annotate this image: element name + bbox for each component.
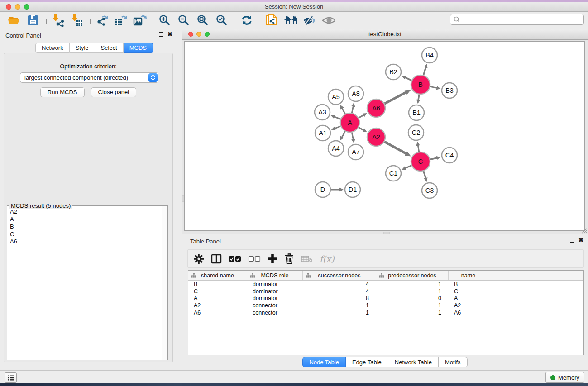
mcds-result-box: MCDS result (5 nodes) A2ABCA6: [7, 205, 168, 360]
canvas-vscroll-stub[interactable]: [182, 195, 184, 202]
zoom-selected-icon[interactable]: [215, 14, 229, 27]
result-item[interactable]: B: [10, 223, 162, 231]
result-item[interactable]: C: [10, 231, 162, 238]
result-item[interactable]: A6: [10, 238, 162, 246]
graph-edge[interactable]: [352, 105, 353, 113]
network-canvas[interactable]: AA1A2A3A4A5A6A7A8BB1B2B3B4CC1C2C3C4DD1: [184, 41, 585, 231]
criterion-dropdown[interactable]: largest connected component (directed): [20, 72, 158, 83]
import-network-icon[interactable]: [51, 14, 65, 27]
export-network-icon[interactable]: [95, 14, 109, 27]
column-header-shared-name[interactable]: shared name: [188, 271, 247, 280]
deselect-all-checkboxes-icon[interactable]: [248, 256, 261, 262]
hide-graphics-details-icon[interactable]: [303, 14, 316, 27]
table-toolbar: f(x): [187, 249, 584, 268]
close-panel-icon[interactable]: ✖: [167, 32, 172, 37]
graph-edge[interactable]: [342, 108, 345, 114]
table-row[interactable]: Cdominator41C: [188, 288, 583, 295]
network-window-titlebar[interactable]: testGlobe.txt: [182, 29, 588, 40]
show-columns-icon[interactable]: [211, 253, 222, 264]
zoom-fit-icon[interactable]: [196, 14, 210, 27]
graph-edge[interactable]: [334, 126, 340, 129]
table-tab-node-table[interactable]: Node Table: [302, 357, 346, 367]
graph-edge[interactable]: [418, 145, 419, 152]
table-cell: 4: [303, 281, 376, 287]
graph-node-label: B2: [389, 68, 397, 76]
mcds-result-list[interactable]: A2ABCA6: [7, 206, 162, 360]
zoom-in-icon[interactable]: [158, 14, 172, 27]
refresh-layout-icon[interactable]: [240, 14, 253, 27]
import-table-icon[interactable]: [70, 14, 84, 27]
add-row-icon[interactable]: [268, 254, 277, 264]
minimize-window-button[interactable]: [15, 4, 20, 10]
network-graph[interactable]: AA1A2A3A4A5A6A7A8BB1B2B3B4CC1C2C3C4DD1: [185, 42, 585, 231]
tab-network[interactable]: Network: [35, 43, 70, 53]
float-panel-icon[interactable]: [159, 32, 163, 37]
graph-edge[interactable]: [359, 114, 364, 118]
close-window-button[interactable]: [6, 4, 11, 10]
graph-edge[interactable]: [384, 142, 406, 154]
result-item[interactable]: A2: [10, 208, 162, 216]
graph-node-label: D1: [349, 186, 357, 193]
first-neighbors-icon[interactable]: [284, 14, 297, 27]
search-input[interactable]: [460, 16, 574, 23]
export-table-icon[interactable]: [114, 14, 128, 27]
network-zoom-button[interactable]: [205, 32, 210, 37]
function-builder-icon[interactable]: f(x): [320, 254, 335, 264]
table-row[interactable]: A6connector11A6: [188, 309, 583, 316]
canvas-hscroll-stub[interactable]: [383, 232, 390, 234]
task-history-button[interactable]: [5, 372, 17, 383]
memory-button[interactable]: Memory: [545, 372, 584, 383]
graph-edge[interactable]: [334, 117, 340, 119]
network-close-button[interactable]: [188, 32, 193, 37]
graph-edge[interactable]: [423, 67, 426, 75]
resize-grip-icon[interactable]: [581, 227, 587, 234]
graph-edge[interactable]: [342, 131, 345, 138]
table-body: Bdominator41BCdominator41CAdominator80AA…: [188, 281, 583, 316]
table-row[interactable]: A2connector11A2: [188, 302, 583, 309]
table-tab-motifs[interactable]: Motifs: [439, 357, 468, 367]
open-session-icon[interactable]: [7, 14, 21, 27]
save-session-icon[interactable]: [26, 14, 40, 27]
graph-edge[interactable]: [430, 158, 437, 160]
table-row[interactable]: Bdominator41B: [188, 281, 583, 288]
float-table-panel-icon[interactable]: [570, 238, 574, 243]
table-row[interactable]: Adominator80A: [188, 295, 583, 302]
graph-node-label: B: [418, 81, 423, 88]
search-field[interactable]: [450, 14, 584, 25]
column-header-predecessor-nodes[interactable]: predecessor nodes: [376, 271, 449, 280]
column-header-name[interactable]: name: [449, 271, 488, 280]
graph-edge[interactable]: [385, 92, 407, 104]
delete-table-icon[interactable]: [301, 255, 313, 263]
graph-edge[interactable]: [352, 133, 353, 140]
graph-edge[interactable]: [430, 86, 438, 88]
graph-node-label: A4: [332, 145, 340, 152]
graph-edge[interactable]: [418, 95, 419, 101]
delete-row-icon[interactable]: [284, 253, 294, 264]
graph-edge[interactable]: [405, 166, 411, 169]
table-tab-edge-table[interactable]: Edge Table: [346, 357, 388, 367]
graph-edge[interactable]: [424, 171, 426, 179]
zoom-window-button[interactable]: [24, 4, 29, 10]
graph-edge[interactable]: [404, 77, 411, 80]
result-scrollbar[interactable]: [162, 206, 167, 360]
table-settings-icon[interactable]: [193, 253, 204, 264]
table-tab-network-table[interactable]: Network Table: [388, 357, 439, 367]
column-header-successor-nodes[interactable]: successor nodes: [303, 271, 376, 280]
show-graphics-details-icon[interactable]: [322, 14, 335, 27]
network-minimize-button[interactable]: [196, 32, 201, 37]
zoom-out-icon[interactable]: [177, 14, 191, 27]
export-image-icon[interactable]: [133, 14, 147, 27]
node-table[interactable]: shared nameMCDS rolesuccessor nodesprede…: [188, 270, 584, 355]
tab-select[interactable]: Select: [95, 43, 124, 53]
select-all-checkboxes-icon[interactable]: [229, 256, 241, 262]
app-titlebar[interactable]: Session: New Session: [0, 2, 588, 12]
tab-style[interactable]: Style: [70, 43, 95, 53]
close-table-panel-icon[interactable]: ✖: [578, 238, 583, 243]
close-panel-button[interactable]: Close panel: [91, 87, 137, 97]
result-item[interactable]: A: [10, 216, 162, 224]
column-header-MCDS-role[interactable]: MCDS role: [247, 271, 303, 280]
graph-edge[interactable]: [359, 128, 364, 131]
new-network-from-selection-icon[interactable]: [265, 14, 278, 27]
run-mcds-button[interactable]: Run MCDS: [40, 87, 85, 97]
tab-mcds[interactable]: MCDS: [124, 43, 153, 53]
